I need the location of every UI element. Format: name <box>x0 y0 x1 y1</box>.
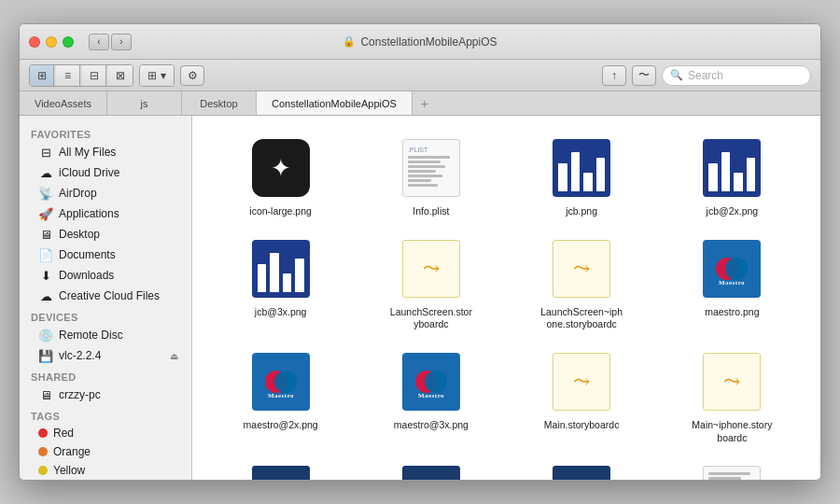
file-name: Info.plist <box>413 205 449 218</box>
svg-rect-18 <box>553 466 610 480</box>
yellow-tag-dot <box>38 466 48 475</box>
downloads-icon: ⬇ <box>38 268 53 283</box>
file-item[interactable]: Maestro maestro@3x.png <box>357 344 504 450</box>
column-view-button[interactable]: ⊟ <box>82 65 106 86</box>
list-view-button[interactable]: ≡ <box>56 65 80 86</box>
forward-button[interactable]: › <box>111 34 132 50</box>
vlc-icon: 💾 <box>38 348 53 363</box>
file-item[interactable]: jcb@2x.png <box>659 131 805 224</box>
file-icon-storyboard2: ⤳ <box>550 237 613 301</box>
file-icon-maestro: Maestro <box>700 237 763 301</box>
file-name: jcb.png <box>566 205 597 218</box>
file-name: jcb@3x.png <box>255 306 307 319</box>
file-icon-app: ✦ <box>249 136 313 200</box>
file-item[interactable]: ⤳ Main.storyboardc <box>509 344 655 450</box>
file-item[interactable]: NOTICE <box>659 457 805 480</box>
file-icon-jcb2x <box>700 136 763 200</box>
sidebar-item-crzzy-pc[interactable]: 🖥 crzzy-pc <box>23 385 188 405</box>
action-button[interactable]: ⚙ <box>180 65 204 86</box>
tab-js[interactable]: js <box>107 91 182 115</box>
file-icon-mastercard <box>249 463 313 480</box>
tab-videoassets[interactable]: VideoAssets <box>20 91 107 115</box>
shared-computer-icon: 🖥 <box>38 387 53 402</box>
file-item[interactable]: ⤳ LaunchScreen.storyboardc <box>357 231 504 337</box>
eject-icon[interactable]: ⏏ <box>170 351 178 361</box>
file-item[interactable]: Maestro maestro@2x.png <box>207 344 354 450</box>
arrange-button[interactable]: ⊞ ▾ <box>140 65 174 86</box>
file-icon-storyboard1: ⤳ <box>399 237 463 301</box>
tab-constellation[interactable]: ConstellationMobileAppiOS <box>257 91 413 115</box>
sidebar-item-tag-red[interactable]: Red <box>23 424 188 442</box>
maximize-button[interactable] <box>63 36 74 48</box>
file-name: LaunchScreen~iphone.storyboardc <box>539 306 623 331</box>
svg-text:Maestro: Maestro <box>719 279 745 287</box>
svg-rect-15 <box>402 466 460 480</box>
file-icon-notice <box>700 463 763 480</box>
remote-disc-icon: 💿 <box>38 328 53 343</box>
file-name: Main~iphone.storyboardc <box>690 419 774 444</box>
sidebar-item-all-my-files[interactable]: ⊟ All My Files <box>23 142 188 162</box>
sidebar-item-downloads[interactable]: ⬇ Downloads <box>23 265 188 286</box>
search-box[interactable]: 🔍 Search <box>662 65 811 86</box>
airdrop-sidebar-icon: 📡 <box>38 186 53 201</box>
app-symbol: ✦ <box>271 154 291 183</box>
file-icon-storyboard3: ⤳ <box>550 350 613 413</box>
search-icon: 🔍 <box>670 69 683 81</box>
file-item[interactable]: mastercard.png <box>207 457 354 480</box>
sidebar-item-creative-cloud[interactable]: ☁ Creative Cloud Files <box>23 286 188 306</box>
creative-cloud-icon: ☁ <box>38 288 53 303</box>
file-icon-mastercard2x <box>399 463 463 480</box>
sidebar-item-documents[interactable]: 📄 Documents <box>23 245 188 265</box>
sidebar-item-airdrop[interactable]: 📡 AirDrop <box>23 183 188 203</box>
file-item[interactable]: mastercard@2x.png <box>357 457 504 480</box>
file-item[interactable]: mastercard@3x.png <box>509 457 655 480</box>
back-button[interactable]: ‹ <box>89 34 109 50</box>
file-item[interactable]: ✦ icon-large.png <box>207 131 354 224</box>
file-icon-plist: .PLIST <box>399 136 463 200</box>
file-name: maestro@3x.png <box>394 419 469 432</box>
svg-text:Maestro: Maestro <box>268 392 294 399</box>
sidebar-item-desktop[interactable]: 🖥 Desktop <box>23 224 188 245</box>
svg-text:Maestro: Maestro <box>418 392 444 399</box>
view-options-group: ⊞ ≡ ⊟ ⊠ <box>29 64 133 87</box>
minimize-button[interactable] <box>46 36 57 48</box>
sidebar-section-shared: Shared <box>20 366 191 385</box>
sidebar-item-tag-orange[interactable]: Orange <box>23 442 188 461</box>
gallery-view-button[interactable]: ⊠ <box>108 65 133 86</box>
icloud-icon: ☁ <box>38 165 53 180</box>
file-icon-maestro2x: Maestro <box>249 350 313 413</box>
svg-point-6 <box>274 371 297 393</box>
red-tag-dot <box>38 428 48 438</box>
arrange-group: ⊞ ▾ <box>139 64 175 87</box>
file-item[interactable]: jcb@3x.png <box>207 231 354 337</box>
add-tab-button[interactable]: + <box>413 91 437 115</box>
file-icon-mastercard3x <box>550 463 613 480</box>
file-item[interactable]: ⤳ LaunchScreen~iphone.storyboardc <box>509 231 655 337</box>
airdrop-button[interactable]: 〜 <box>632 65 656 86</box>
file-icon-jcb <box>550 136 613 200</box>
share-button[interactable]: ↑ <box>602 65 626 86</box>
file-item[interactable]: jcb.png <box>509 131 655 224</box>
sidebar-item-vlc[interactable]: 💾 vlc-2.2.4 ⏏ <box>23 345 188 366</box>
tab-desktop[interactable]: Desktop <box>182 91 257 115</box>
icon-view-button[interactable]: ⊞ <box>30 65 54 86</box>
lock-icon: 🔒 <box>343 35 356 48</box>
sidebar-item-remote-disc[interactable]: 💿 Remote Disc <box>23 325 188 345</box>
sidebar-item-applications[interactable]: 🚀 Applications <box>23 203 188 224</box>
file-item[interactable]: .PLIST Info.plist <box>357 131 504 224</box>
sidebar-item-icloud-drive[interactable]: ☁ iCloud Drive <box>23 162 188 183</box>
svg-rect-12 <box>252 466 310 480</box>
applications-icon: 🚀 <box>38 206 53 221</box>
orange-tag-dot <box>38 447 48 456</box>
svg-point-2 <box>725 258 748 280</box>
file-icon-jcb3x <box>249 237 313 301</box>
documents-icon: 📄 <box>38 247 53 262</box>
sidebar: Favorites ⊟ All My Files ☁ iCloud Drive … <box>20 116 192 480</box>
all-my-files-icon: ⊟ <box>38 145 53 160</box>
file-item[interactable]: Maestro maestro.png <box>659 231 805 337</box>
tab-bar: VideoAssets js Desktop ConstellationMobi… <box>20 91 820 116</box>
file-item[interactable]: ⤳ Main~iphone.storyboardc <box>659 344 805 450</box>
sidebar-item-tag-yellow[interactable]: Yellow <box>23 461 188 480</box>
main-content: Favorites ⊟ All My Files ☁ iCloud Drive … <box>20 116 820 480</box>
close-button[interactable] <box>29 36 40 48</box>
